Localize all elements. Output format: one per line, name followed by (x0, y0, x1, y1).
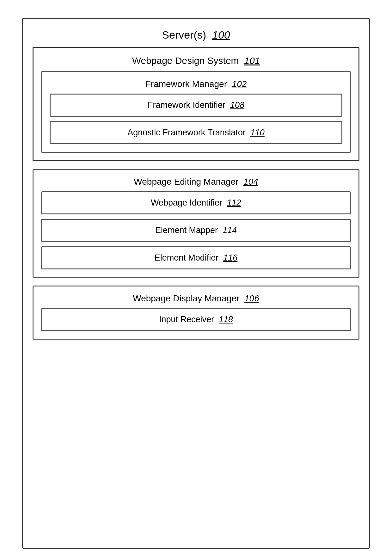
framework-manager-box: Framework Manager 102 Framework Identifi… (41, 71, 351, 153)
page-container: Server(s) 100 Webpage Design System 101 … (6, 6, 386, 554)
wds-ref: 101 (244, 55, 260, 66)
server-ref: 100 (212, 29, 230, 41)
fi-ref: 108 (230, 100, 244, 110)
emod-label: Element Modifier (155, 253, 219, 262)
wi-ref: 112 (227, 198, 241, 207)
em-label: Element Mapper (155, 225, 218, 235)
input-receiver-box: Input Receiver 118 (41, 308, 351, 331)
fm-label: Framework Manager (145, 79, 227, 89)
element-modifier-box: Element Modifier 116 (41, 246, 351, 269)
webpage-identifier-box: Webpage Identifier 112 (41, 191, 351, 214)
webpage-editing-manager-box: Webpage Editing Manager 104 Webpage Iden… (33, 169, 359, 278)
webpage-design-system-title: Webpage Design System 101 (132, 53, 260, 71)
wi-label: Webpage Identifier (151, 198, 222, 207)
em-ref: 114 (223, 225, 237, 235)
agnostic-framework-translator-box: Agnostic Framework Translator 110 (50, 121, 342, 144)
wdm-ref: 106 (244, 293, 259, 303)
element-mapper-box: Element Mapper 114 (41, 219, 351, 242)
fm-ref: 102 (232, 79, 247, 89)
wdm-label: Webpage Display Manager (133, 293, 239, 303)
aft-ref: 110 (250, 128, 265, 137)
ir-ref: 118 (219, 315, 233, 324)
aft-label: Agnostic Framework Translator (127, 128, 246, 137)
wem-ref: 104 (243, 177, 258, 187)
server-box: Server(s) 100 Webpage Design System 101 … (22, 18, 370, 549)
wds-label: Webpage Design System (132, 55, 239, 66)
webpage-editing-manager-title: Webpage Editing Manager 104 (134, 175, 258, 191)
emod-ref: 116 (223, 253, 237, 262)
wem-label: Webpage Editing Manager (134, 177, 238, 187)
server-title: Server(s) 100 (33, 25, 359, 47)
webpage-display-manager-box: Webpage Display Manager 106 Input Receiv… (33, 286, 359, 340)
webpage-design-system-box: Webpage Design System 101 Framework Mana… (33, 47, 359, 161)
server-label: Server(s) (162, 29, 206, 41)
framework-identifier-box: Framework Identifier 108 (50, 94, 342, 117)
ir-label: Input Receiver (159, 315, 214, 324)
framework-manager-title: Framework Manager 102 (145, 77, 247, 94)
fi-label: Framework Identifier (148, 100, 225, 110)
webpage-display-manager-title: Webpage Display Manager 106 (133, 292, 259, 308)
